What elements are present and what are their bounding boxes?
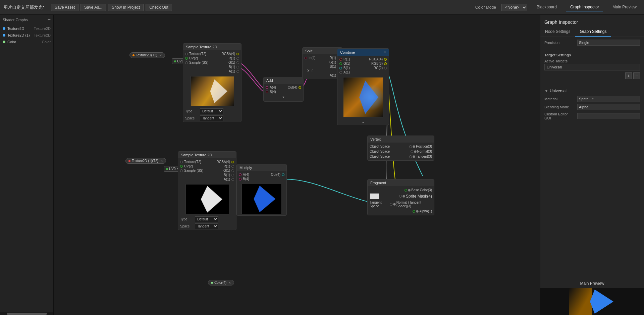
port-rgb-out-combine[interactable] (384, 62, 387, 65)
port-label-left: Object Space (370, 145, 390, 148)
port-rgba-out-2[interactable] (231, 161, 234, 163)
chevron-down-icon: ▼ (544, 89, 548, 93)
port-in-3[interactable] (409, 155, 412, 158)
white-swatch[interactable] (370, 193, 379, 199)
vertex-node-header: Vertex (368, 136, 434, 143)
port-label-left: Object Space (370, 150, 390, 153)
combine-preview (343, 77, 383, 117)
type-select-2[interactable]: Default (195, 216, 218, 222)
port-in-normal[interactable] (390, 203, 392, 206)
port-r-in-combine[interactable] (339, 58, 342, 61)
port-g-out[interactable] (236, 61, 239, 64)
port-b-in-add[interactable] (266, 91, 268, 93)
save-as-button[interactable]: Save As... (80, 4, 106, 11)
port-out-2[interactable] (414, 150, 417, 153)
port-label: A(4) (270, 86, 276, 89)
type-select-1[interactable]: Default (200, 108, 223, 114)
port-b-in-mul[interactable] (239, 178, 241, 180)
node-row: A(1) (183, 69, 241, 73)
left-scrollbar[interactable] (0, 312, 53, 315)
port-b-out[interactable] (236, 66, 239, 68)
port-out-sprite[interactable] (402, 195, 405, 198)
color-mode-select[interactable]: <None> (501, 4, 527, 11)
port-a-in-combine[interactable] (339, 71, 342, 74)
port-in-2[interactable] (411, 150, 413, 153)
list-item[interactable]: Texture2D Texture2D (0, 25, 53, 32)
port-texture-in-2[interactable] (180, 161, 183, 163)
tab-main-preview[interactable]: Main Preview (608, 3, 641, 11)
port-a-in-mul[interactable] (239, 173, 241, 176)
port-g-out-2[interactable] (231, 169, 234, 172)
list-item[interactable]: Color Color (0, 39, 53, 45)
port-in-alpha[interactable] (413, 210, 415, 213)
port-r-out[interactable] (236, 57, 239, 60)
port-uv-in[interactable] (185, 57, 188, 60)
port-out-alpha[interactable] (416, 210, 419, 213)
port-rgba-out[interactable] (236, 53, 239, 55)
port-b-out-2[interactable] (231, 174, 234, 176)
port-a-out-2[interactable] (231, 178, 234, 181)
node-row: B(1) RG(2) (337, 66, 389, 70)
combine-expand[interactable]: ▲ (337, 119, 389, 125)
tab-graph-settings[interactable]: Graph Settings (575, 27, 611, 37)
variable-close-2[interactable]: ✕ (160, 159, 163, 163)
port-g-in-combine[interactable] (339, 62, 342, 65)
variable-close-1[interactable]: ✕ (159, 54, 162, 57)
port-label-right: R(1) (229, 56, 235, 60)
add-shader-button[interactable]: + (48, 17, 51, 23)
list-item[interactable]: Texture2D (1) Texture2D (0, 32, 53, 39)
port-rg-out-combine[interactable] (384, 67, 387, 69)
universal-section-header[interactable]: ▼ Universal (544, 87, 640, 95)
node-row: A(1) (337, 70, 389, 74)
port-out-base[interactable] (408, 189, 411, 192)
port-texture-in[interactable] (185, 53, 188, 55)
port-in-1[interactable] (409, 145, 412, 148)
port-r-out-2[interactable] (231, 165, 234, 168)
custom-editor-input[interactable] (577, 113, 640, 119)
shader-dot-3 (3, 41, 5, 43)
precision-row: Precision Single (544, 40, 640, 46)
material-select[interactable]: Sprite Lit (577, 96, 640, 102)
port-b-in-combine[interactable] (339, 67, 342, 69)
port-uv-in-2[interactable] (180, 165, 183, 168)
port-sampler-in-2[interactable] (180, 169, 183, 172)
combine-close[interactable]: ✕ (383, 50, 386, 54)
variable-pill-1[interactable]: Texture2D(T2) ✕ (129, 52, 165, 58)
tab-blackboard[interactable]: Blackboard (533, 3, 561, 11)
port-a-in-add[interactable] (266, 86, 268, 89)
precision-select[interactable]: Single (577, 40, 640, 46)
check-out-button[interactable]: Check Out (146, 4, 172, 11)
save-asset-button[interactable]: Save Asset (51, 4, 78, 11)
port-out-add[interactable] (299, 86, 301, 89)
color-close[interactable]: ✕ (228, 281, 231, 284)
port-label: Normal(3) (417, 150, 432, 153)
remove-target-button[interactable]: − (633, 72, 640, 79)
port-label-right: B(1) (330, 65, 336, 68)
port-sampler-in[interactable] (185, 61, 188, 64)
blending-mode-select[interactable]: Alpha (577, 104, 640, 110)
port-rgba-out-combine[interactable] (384, 58, 387, 61)
port-in-base[interactable] (405, 189, 407, 192)
canvas-area[interactable]: Texture2D(T2) ✕ Texture2D (1)(T2) ✕ UV0 … (54, 15, 540, 315)
port-in-sprite[interactable] (399, 195, 402, 198)
port-label-right: G(1) (228, 61, 235, 64)
port-label-right: RGBA(4) (221, 52, 235, 56)
port-a-out[interactable] (236, 70, 239, 73)
color-pill[interactable]: Color(4) ✕ (208, 280, 234, 285)
show-in-project-button[interactable]: Show In Project (108, 4, 144, 11)
add-target-button[interactable]: + (625, 72, 632, 79)
space-select-2[interactable]: Tangent (195, 223, 218, 229)
node-field-space-2: Space Tangent (178, 223, 236, 230)
port-label-right: A(1) (330, 73, 336, 77)
tab-node-settings[interactable]: Node Settings (540, 27, 575, 37)
tab-graph-inspector[interactable]: Graph Inspector (566, 3, 603, 11)
port-in-split[interactable] (305, 57, 307, 59)
port-out-mul[interactable] (282, 173, 284, 176)
port-out-normal[interactable] (393, 203, 396, 206)
variable-pill-2[interactable]: Texture2D (1)(T2) ✕ (125, 158, 166, 164)
add-expand[interactable]: ▼ (264, 94, 303, 100)
port-out-3[interactable] (413, 155, 415, 158)
space-select-1[interactable]: Tangent (200, 115, 223, 121)
port-out-1[interactable] (413, 145, 415, 148)
port-right: Normal(3) (411, 150, 432, 153)
